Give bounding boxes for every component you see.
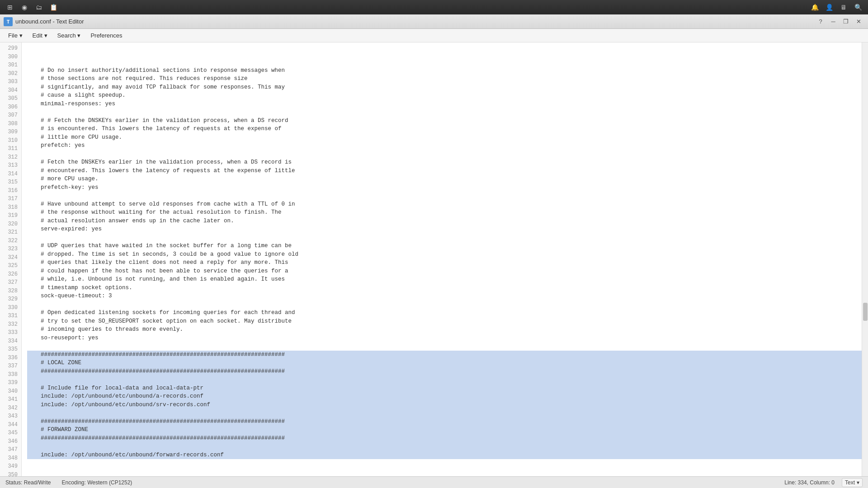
code-line: # cause a slight speedup.: [27, 91, 862, 100]
code-line: # more CPU usage.: [27, 175, 862, 183]
line-number: 329: [0, 295, 21, 304]
start-button[interactable]: ⊞: [4, 1, 16, 13]
line-number: 326: [0, 270, 21, 279]
menu-preferences[interactable]: Preferences: [86, 30, 127, 41]
main-window: T unbound.conf - Text Editor ? ─ ❐ ✕ Fil…: [0, 14, 868, 488]
filetype-dropdown-arrow: ▾: [857, 479, 859, 486]
line-number: 300: [0, 53, 21, 61]
close-button[interactable]: ✕: [853, 17, 864, 26]
line-number: 310: [0, 136, 21, 145]
line-number: 334: [0, 337, 21, 346]
code-line: [27, 342, 862, 351]
line-number: 339: [0, 379, 21, 387]
code-line: # is encountered. This lowers the latenc…: [27, 125, 862, 133]
code-line: # incoming queries to threads more evenl…: [27, 325, 862, 334]
code-line: include: /opt/unbound/etc/unbound/forwar…: [27, 451, 862, 460]
scroll-thumb[interactable]: [863, 303, 868, 321]
code-line: [27, 409, 862, 418]
taskbar-icon5[interactable]: 👤: [823, 1, 835, 13]
code-line: [27, 468, 862, 476]
code-line: so-reuseport: yes: [27, 334, 862, 343]
window-controls: ? ─ ❐ ✕: [815, 17, 864, 26]
line-number: 321: [0, 228, 21, 237]
code-line: # queries that likely the client does no…: [27, 258, 862, 267]
line-number: 341: [0, 395, 21, 404]
code-line: ########################################…: [27, 434, 862, 443]
line-numbers: 2993003013023033043053063073083093103113…: [0, 42, 22, 476]
code-editor[interactable]: # Do no insert authority/additional sect…: [22, 42, 862, 476]
code-line: # Have unbound attempt to serve old resp…: [27, 200, 862, 209]
line-number: 332: [0, 320, 21, 329]
line-number: 337: [0, 362, 21, 371]
line-number: 348: [0, 454, 21, 463]
code-line: # actual resolution answer ends up in th…: [27, 217, 862, 225]
status-text: Status: Read/Write: [5, 479, 51, 486]
line-number: 325: [0, 262, 21, 270]
taskbar-app3[interactable]: 📋: [47, 1, 60, 13]
line-number: 314: [0, 170, 21, 178]
taskbar-icon6[interactable]: 🖥: [837, 1, 850, 13]
code-line: # those sections are not required. This …: [27, 75, 862, 83]
line-number: 331: [0, 312, 21, 320]
code-line: [27, 192, 862, 200]
code-line: prefetch: yes: [27, 141, 862, 150]
filetype-label: Text: [845, 479, 855, 486]
line-number: 318: [0, 203, 21, 212]
editor-area: 2993003013023033043053063073083093103113…: [0, 42, 868, 476]
code-line: [27, 150, 862, 159]
statusbar-right: Line: 334, Column: 0 Text ▾: [784, 478, 863, 487]
menu-edit[interactable]: Edit ▾: [28, 30, 52, 41]
code-line: # FORWARD ZONE: [27, 426, 862, 434]
line-number: 311: [0, 145, 21, 153]
encoding-text: Encoding: Western (CP1252): [62, 479, 132, 486]
line-number: 330: [0, 304, 21, 312]
menu-search[interactable]: Search ▾: [53, 30, 85, 41]
taskbar-icon4[interactable]: 🔔: [808, 1, 821, 13]
line-number: 306: [0, 103, 21, 112]
position-text: Line: 334, Column: 0: [784, 479, 835, 486]
code-line: # significantly, and may avoid TCP fallb…: [27, 83, 862, 92]
line-number: 308: [0, 120, 21, 128]
code-line: ########################################…: [27, 367, 862, 376]
scrollbar[interactable]: [862, 42, 868, 476]
code-line: ########################################…: [27, 351, 862, 359]
code-line: # while, i.e. Unbound is not running, an…: [27, 275, 862, 284]
code-line: [27, 234, 862, 242]
line-number: 307: [0, 111, 21, 120]
line-number: 345: [0, 429, 21, 437]
line-number: 309: [0, 128, 21, 136]
code-line: ########################################…: [27, 418, 862, 426]
minimize-button[interactable]: ─: [827, 17, 839, 26]
line-number: 349: [0, 462, 21, 471]
taskbar-app1[interactable]: ◉: [18, 1, 31, 13]
line-number: 328: [0, 287, 21, 296]
code-line: # Fetch the DNSKEYs earlier in the valid…: [27, 158, 862, 167]
line-number: 315: [0, 178, 21, 187]
taskbar-app2[interactable]: 🗂: [33, 1, 45, 13]
code-line: # little more CPU usage.: [27, 133, 862, 142]
line-number: 301: [0, 61, 21, 70]
filetype-dropdown[interactable]: Text ▾: [842, 478, 863, 487]
line-number: 336: [0, 354, 21, 362]
menu-file[interactable]: File ▾: [4, 30, 27, 41]
code-line: # # Fetch the DNSKEYs earlier in the val…: [27, 117, 862, 125]
line-number: 343: [0, 412, 21, 421]
line-number: 320: [0, 220, 21, 229]
line-number: 347: [0, 446, 21, 454]
window-title: unbound.conf - Text Editor: [15, 18, 815, 25]
code-line: serve-expired: yes: [27, 225, 862, 234]
line-number: 303: [0, 78, 21, 86]
restore-button[interactable]: ❐: [840, 17, 852, 26]
line-number: 317: [0, 195, 21, 203]
menubar: File ▾ Edit ▾ Search ▾ Preferences: [0, 29, 868, 42]
statusbar: Status: Read/Write Encoding: Western (CP…: [0, 476, 868, 488]
code-line: include: /opt/unbound/etc/unbound/srv-re…: [27, 401, 862, 409]
code-line: # could happen if the host has not been …: [27, 267, 862, 276]
code-line: [27, 375, 862, 384]
taskbar-search[interactable]: 🔍: [852, 1, 864, 13]
line-number: 323: [0, 245, 21, 253]
help-button[interactable]: ?: [815, 17, 826, 26]
code-line: # Include file for local-data and local-…: [27, 384, 862, 393]
code-line: # LOCAL ZONE: [27, 359, 862, 367]
code-line: # Do no insert authority/additional sect…: [27, 66, 862, 75]
